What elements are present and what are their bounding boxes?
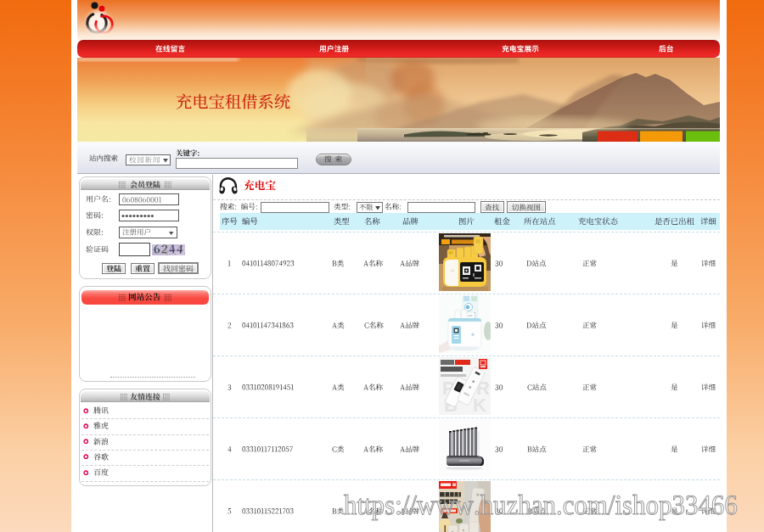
svg-text:K: K bbox=[473, 395, 486, 415]
